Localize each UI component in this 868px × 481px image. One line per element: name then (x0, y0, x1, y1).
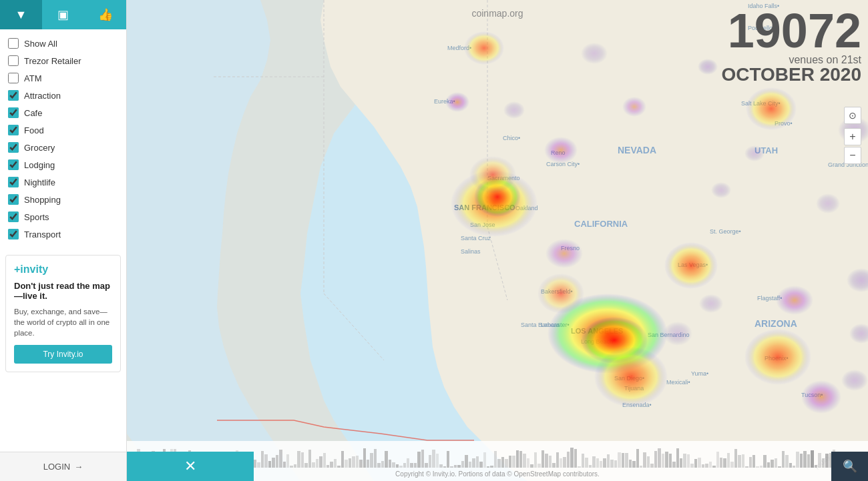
timeline-bar-segment[interactable] (672, 462, 675, 468)
timeline-bar-segment[interactable] (683, 454, 686, 468)
timeline-bar-segment[interactable] (396, 464, 399, 468)
timeline-bar-segment[interactable] (439, 464, 442, 468)
timeline-bar-segment[interactable] (596, 458, 599, 468)
device-tab[interactable]: ▣ (42, 0, 84, 29)
timeline-bar-segment[interactable] (501, 457, 504, 468)
timeline-bar-segment[interactable] (410, 463, 413, 468)
timeline-bar-segment[interactable] (370, 453, 373, 468)
timeline-bar-segment[interactable] (582, 454, 584, 468)
timeline-bar-segment[interactable] (417, 452, 420, 468)
timeline-bar-segment[interactable] (665, 452, 668, 468)
timeline-bar-segment[interactable] (730, 462, 733, 468)
timeline-bar-segment[interactable] (264, 454, 267, 468)
timeline-bar-segment[interactable] (290, 466, 292, 468)
timeline-bar-segment[interactable] (709, 462, 712, 468)
timeline-bar-segment[interactable] (698, 458, 700, 468)
filter-item-cafe[interactable]: Cafe (0, 104, 126, 121)
filter-item-trezor-retailer[interactable]: Trezor Retailer (0, 52, 126, 69)
timeline-bar-segment[interactable] (425, 463, 427, 468)
timeline-bar-segment[interactable] (785, 455, 788, 468)
timeline-bar-segment[interactable] (476, 456, 479, 468)
timeline-bar-segment[interactable] (494, 451, 497, 468)
timeline-bar-segment[interactable] (505, 459, 507, 468)
timeline-bar-segment[interactable] (745, 466, 748, 468)
timeline-bar-segment[interactable] (454, 465, 457, 468)
timeline-bar-segment[interactable] (352, 456, 355, 468)
filter-checkbox-nightlife[interactable] (8, 177, 19, 187)
timeline-bar-segment[interactable] (720, 458, 722, 468)
timeline-bar-segment[interactable] (319, 456, 322, 468)
timeline-bar-segment[interactable] (487, 466, 489, 468)
filter-item-grocery[interactable]: Grocery (0, 139, 126, 156)
timeline-bar-segment[interactable] (632, 461, 635, 468)
timeline-bar-segment[interactable] (523, 454, 525, 468)
timeline-bar-segment[interactable] (625, 453, 628, 468)
timeline-bar-segment[interactable] (600, 461, 602, 468)
timeline-bar-segment[interactable] (261, 451, 264, 468)
timeline-bar-segment[interactable] (447, 451, 449, 468)
timeline-bar-segment[interactable] (334, 459, 337, 468)
timeline-bar-segment[interactable] (272, 458, 274, 468)
timeline-bar-segment[interactable] (323, 453, 326, 468)
filter-checkbox-shopping[interactable] (8, 194, 19, 205)
timeline-bar-segment[interactable] (716, 452, 719, 468)
filter-checkbox-trezor-retailer[interactable] (8, 55, 19, 66)
timeline-bar-segment[interactable] (662, 454, 664, 468)
invity-button[interactable]: Try Invity.io (14, 345, 112, 364)
timeline-bar-segment[interactable] (421, 450, 424, 468)
timeline-bar-segment[interactable] (727, 453, 730, 468)
timeline-bar-segment[interactable] (443, 466, 446, 468)
filter-tab[interactable]: ▼ (0, 0, 42, 29)
timeline-bar-segment[interactable] (316, 459, 318, 468)
filter-checkbox-food[interactable] (8, 125, 19, 135)
timeline-bar-segment[interactable] (818, 453, 821, 468)
timeline-bar-segment[interactable] (574, 449, 577, 468)
timeline-bar-segment[interactable] (356, 456, 359, 468)
timeline-bar-segment[interactable] (374, 449, 377, 468)
timeline-bar-segment[interactable] (432, 450, 435, 468)
timeline-bar-segment[interactable] (807, 454, 810, 468)
timeline-bar-segment[interactable] (614, 460, 617, 468)
filter-item-nightlife[interactable]: Nightlife (0, 173, 126, 191)
timeline-bar-segment[interactable] (742, 454, 744, 468)
timeline-bar-segment[interactable] (811, 450, 813, 468)
timeline-bar-segment[interactable] (585, 458, 588, 468)
timeline-bar-segment[interactable] (629, 460, 632, 468)
timeline-bar-segment[interactable] (552, 463, 555, 468)
timeline-bar-segment[interactable] (363, 448, 366, 468)
timeline-bar-segment[interactable] (622, 453, 624, 468)
filter-item-transport[interactable]: Transport (0, 225, 126, 243)
timeline-bar-segment[interactable] (563, 457, 566, 468)
timeline-bar-segment[interactable] (603, 458, 606, 468)
timeline-bar-segment[interactable] (705, 464, 708, 468)
filter-item-shopping[interactable]: Shopping (0, 191, 126, 208)
timeline-bar-segment[interactable] (545, 454, 548, 468)
timeline-bar-segment[interactable] (308, 450, 311, 468)
timeline-bar-segment[interactable] (589, 465, 592, 468)
filter-item-food[interactable]: Food (0, 121, 126, 139)
zoom-out-button[interactable]: − (844, 147, 861, 164)
filter-item-attraction[interactable]: Attraction (0, 87, 126, 104)
timeline-bar-segment[interactable] (530, 464, 533, 468)
timeline-bar-segment[interactable] (610, 460, 613, 468)
filter-checkbox-lodging[interactable] (8, 159, 19, 170)
timeline-bar-segment[interactable] (643, 452, 646, 468)
timeline-bar-segment[interactable] (760, 466, 763, 468)
timeline-bar-segment[interactable] (389, 460, 391, 468)
timeline-bar-segment[interactable] (592, 456, 595, 468)
timeline-bar-segment[interactable] (800, 454, 803, 468)
timeline-bar-segment[interactable] (337, 466, 340, 468)
timeline-bar-segment[interactable] (436, 454, 439, 468)
timeline-bar-segment[interactable] (694, 459, 697, 468)
timeline-bar-segment[interactable] (327, 465, 329, 468)
timeline-bar-segment[interactable] (407, 458, 409, 468)
timeline-bar-segment[interactable] (556, 452, 559, 468)
timeline-bar-segment[interactable] (509, 456, 511, 468)
filter-item-lodging[interactable]: Lodging (0, 156, 126, 173)
timeline-bar-segment[interactable] (749, 457, 752, 468)
timeline-bar-segment[interactable] (690, 464, 693, 468)
timeline-bar-segment[interactable] (461, 461, 464, 468)
timeline-bar-segment[interactable] (723, 458, 726, 468)
close-button[interactable]: ✕ (127, 452, 254, 481)
timeline-bar-segment[interactable] (658, 448, 660, 468)
